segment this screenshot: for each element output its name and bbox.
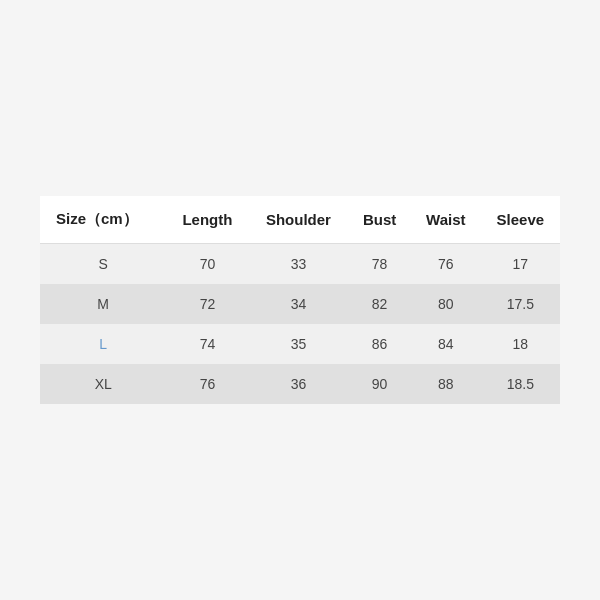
cell-length: 72 — [166, 284, 248, 324]
cell-bust: 86 — [348, 324, 411, 364]
cell-length: 70 — [166, 244, 248, 285]
header-bust: Bust — [348, 196, 411, 244]
cell-length: 74 — [166, 324, 248, 364]
table-row: L 74 35 86 84 18 — [40, 324, 560, 364]
table-header-row: Size（cm） Length Shoulder Bust Waist Slee… — [40, 196, 560, 244]
cell-waist: 88 — [411, 364, 481, 404]
cell-bust: 82 — [348, 284, 411, 324]
cell-shoulder: 33 — [249, 244, 349, 285]
table-row: XL 76 36 90 88 18.5 — [40, 364, 560, 404]
header-sleeve: Sleeve — [481, 196, 560, 244]
table-row: S 70 33 78 76 17 — [40, 244, 560, 285]
header-size: Size（cm） — [40, 196, 166, 244]
cell-waist: 76 — [411, 244, 481, 285]
cell-waist: 80 — [411, 284, 481, 324]
cell-size: L — [40, 324, 166, 364]
header-length: Length — [166, 196, 248, 244]
cell-bust: 78 — [348, 244, 411, 285]
size-chart-table: Size（cm） Length Shoulder Bust Waist Slee… — [40, 196, 560, 404]
cell-length: 76 — [166, 364, 248, 404]
cell-sleeve: 17 — [481, 244, 560, 285]
cell-shoulder: 36 — [249, 364, 349, 404]
header-waist: Waist — [411, 196, 481, 244]
cell-bust: 90 — [348, 364, 411, 404]
cell-size: S — [40, 244, 166, 285]
size-chart-container: Size（cm） Length Shoulder Bust Waist Slee… — [40, 196, 560, 404]
table-row: M 72 34 82 80 17.5 — [40, 284, 560, 324]
cell-sleeve: 18 — [481, 324, 560, 364]
cell-sleeve: 18.5 — [481, 364, 560, 404]
cell-size: M — [40, 284, 166, 324]
cell-waist: 84 — [411, 324, 481, 364]
cell-shoulder: 35 — [249, 324, 349, 364]
header-shoulder: Shoulder — [249, 196, 349, 244]
cell-size: XL — [40, 364, 166, 404]
cell-sleeve: 17.5 — [481, 284, 560, 324]
cell-shoulder: 34 — [249, 284, 349, 324]
